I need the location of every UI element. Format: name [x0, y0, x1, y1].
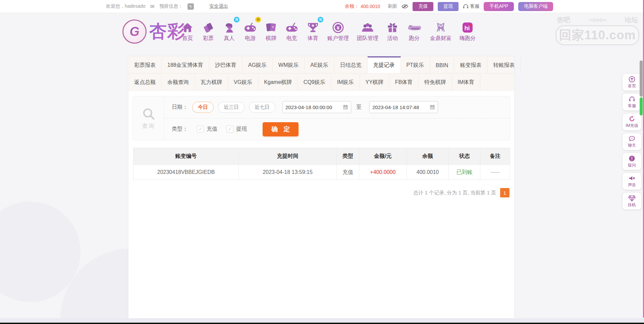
esports-gamepad-icon: [285, 18, 299, 34]
cell-status: 已到账: [449, 165, 480, 180]
confirm-button[interactable]: 确 定: [263, 122, 299, 136]
page-1-button[interactable]: 1: [500, 188, 509, 197]
tab-shaba-sports[interactable]: 沙巴体育: [209, 56, 243, 73]
tab-wali-cards[interactable]: 瓦力棋牌: [195, 74, 228, 90]
tab-transfer-report[interactable]: 转账报表: [487, 56, 521, 73]
cell-remark: -----: [480, 165, 510, 180]
tab-balance-query[interactable]: 余额查询: [162, 74, 195, 90]
checkbox-withdraw-box[interactable]: ✓: [226, 126, 233, 133]
tab-im-entertainment[interactable]: IM娱乐: [331, 74, 360, 90]
table-row: 20230418VBBEJGIEDB 2023-04-18 13:59:15 充…: [133, 164, 510, 180]
customer-service-link[interactable]: 客服: [463, 3, 479, 9]
date-label: 日期：: [172, 104, 188, 111]
col-header-amount: 金额/元: [359, 148, 407, 164]
mail-icon[interactable]: ✉: [150, 3, 155, 10]
logout-link[interactable]: 安全退出: [209, 3, 228, 9]
nav-item-account-management[interactable]: ¥ 账户管理: [323, 18, 353, 42]
main-content: 彩票报表 188金宝博体育 沙巴体育 AG娱乐 WM娱乐 AE娱乐 日结总览 充…: [128, 56, 514, 318]
main-nav: 首页 彩票 N 真人 H 电游 棋牌 电竞 N: [177, 18, 480, 42]
nav-badge-h: H: [255, 17, 261, 22]
tab-yy-cards[interactable]: YY棋牌: [360, 74, 389, 90]
svg-text:hi: hi: [465, 25, 470, 32]
edit-pencil-icon[interactable]: ✎: [187, 3, 194, 10]
tab-ag[interactable]: AG娱乐: [243, 56, 273, 73]
tab-bbin[interactable]: BBIN: [430, 56, 454, 73]
eye-slash-icon[interactable]: [401, 4, 408, 9]
pagination: 总计 1 个记录, 分为 1 页, 当前第 1 页 1: [128, 188, 509, 197]
col-header-status: 状态: [449, 148, 480, 164]
nav-item-lottery[interactable]: 彩票: [198, 18, 219, 42]
date-filter-row: 日期： 今日 近三日 近七日 至: [164, 96, 510, 119]
recharge-button[interactable]: 充值: [413, 2, 433, 11]
checkbox-recharge-box[interactable]: ✓: [197, 126, 204, 133]
brand-logo[interactable]: G 杏彩: [122, 19, 185, 44]
scrollbar-thumb[interactable]: [640, 60, 643, 97]
watermark-left: 杏吧: [557, 15, 570, 25]
tab-temian-cards[interactable]: 特免棋牌: [419, 74, 452, 90]
nav-item-live-casino[interactable]: N 真人: [219, 18, 239, 42]
tab-wm[interactable]: WM娱乐: [273, 56, 305, 73]
tab-pt[interactable]: PT娱乐: [401, 56, 430, 73]
nav-item-team-management[interactable]: 团队管理: [353, 18, 382, 42]
tab-ae[interactable]: AE娱乐: [305, 56, 334, 73]
col-header-balance: 余额: [407, 148, 449, 164]
checkbox-withdraw[interactable]: ✓ 提现: [226, 126, 247, 133]
query-block: 查询: [133, 96, 164, 140]
scrollbar-highlight[interactable]: [640, 97, 643, 115]
tab-lottery-report[interactable]: 彩票报表: [128, 56, 162, 73]
balance-value: 400.0010: [361, 4, 380, 9]
brand-emblem-icon: G: [122, 19, 147, 44]
refresh-link[interactable]: 刷新: [388, 3, 397, 9]
table-header-row: 账变编号 充提时间 类型 金额/元 余额 状态 备注: [133, 148, 510, 164]
range-7days-button[interactable]: 近七日: [249, 102, 275, 113]
range-today-button[interactable]: 今日: [192, 102, 214, 113]
background-decoration: [0, 201, 80, 302]
nav-item-paofen[interactable]: 跑分: [402, 18, 426, 42]
headset-icon: [463, 4, 469, 9]
sidebar-item-chat[interactable]: 聊天: [623, 133, 641, 150]
site-header: G 杏彩 首页 彩票 N 真人 H 电游 棋牌: [0, 13, 644, 56]
col-header-type: 类型: [337, 148, 359, 164]
rhino-icon: [407, 18, 422, 34]
date-from-input[interactable]: [285, 104, 343, 110]
calendar-icon[interactable]: [343, 104, 348, 110]
nav-badge-n: N: [234, 17, 239, 22]
calendar-icon[interactable]: [430, 104, 435, 110]
tab-fb-sports[interactable]: FB体育: [389, 74, 419, 90]
nav-item-hi-paofen[interactable]: hi 嗨跑分: [455, 18, 480, 42]
tab-cq9[interactable]: CQ9娱乐: [298, 74, 331, 90]
nav-item-home[interactable]: 首页: [177, 18, 198, 42]
mobile-app-button[interactable]: 手机APP: [484, 2, 514, 11]
withdraw-button[interactable]: 提现: [438, 2, 459, 11]
tab-im-sports[interactable]: IM体育: [452, 74, 480, 90]
tab-deposit-withdraw-records[interactable]: 充提记录: [368, 56, 401, 73]
tab-rebate-total[interactable]: 返点总额: [128, 74, 162, 90]
refresh-circle-icon: [629, 115, 635, 122]
hi-app-icon: hi: [462, 18, 474, 34]
bottom-scrollbar-track[interactable]: [0, 318, 644, 323]
col-header-remark: 备注: [480, 148, 510, 164]
sidebar-item-service[interactable]: 客服: [623, 94, 641, 110]
nav-item-sports[interactable]: N 体育: [303, 18, 323, 42]
sidebar-item-autoplay[interactable]: 挂机: [623, 193, 641, 210]
nav-item-esports[interactable]: 电竞: [281, 18, 303, 42]
tab-account-change-report[interactable]: 账变报表: [454, 56, 487, 73]
range-3days-button[interactable]: 近三日: [218, 102, 245, 113]
sidebar-item-im-recharge[interactable]: IM充值: [623, 113, 641, 130]
tab-kgame[interactable]: Kgame棋牌: [258, 74, 298, 90]
checkbox-recharge[interactable]: ✓ 充值: [197, 126, 217, 133]
cell-type: 充值: [337, 165, 359, 180]
nav-item-cards[interactable]: 棋牌: [261, 18, 281, 42]
diamond-icon: [628, 195, 636, 201]
tab-daily-summary[interactable]: 日结总览: [334, 56, 368, 73]
pc-client-button[interactable]: 电脑客户端: [518, 2, 553, 11]
nav-item-promotions[interactable]: 活动: [382, 18, 402, 42]
tab-188-sports[interactable]: 188金宝博体育: [162, 56, 209, 73]
nav-item-slots[interactable]: H 电游: [239, 18, 261, 42]
nav-item-jinding-wealth[interactable]: 金鼎财富: [426, 18, 455, 42]
tab-vg[interactable]: VG娱乐: [228, 74, 258, 90]
sidebar-item-sound[interactable]: 声音: [623, 173, 641, 190]
sidebar-item-home[interactable]: 首页: [623, 74, 641, 91]
date-to-input[interactable]: [372, 104, 430, 110]
sidebar-item-question[interactable]: 疑问: [623, 153, 641, 170]
